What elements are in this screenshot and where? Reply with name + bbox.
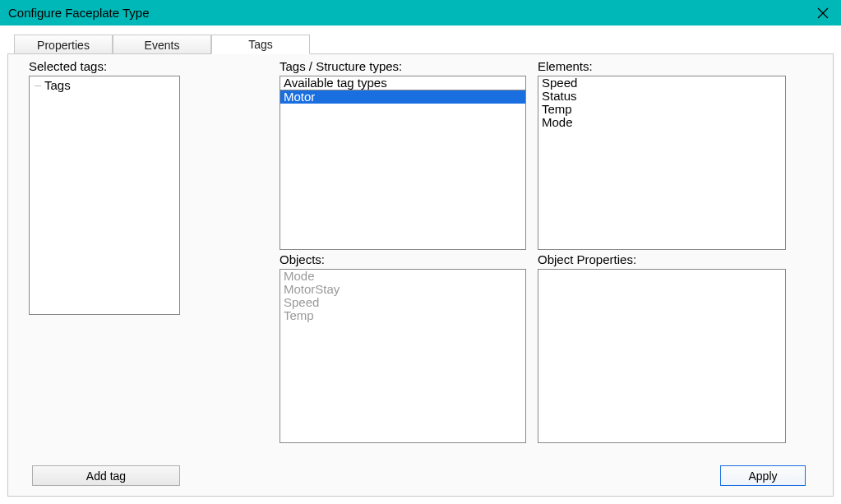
- apply-button[interactable]: Apply: [720, 465, 806, 486]
- tab-label: Tags: [248, 38, 273, 51]
- configure-faceplate-window: Configure Faceplate Type Properties Even…: [0, 0, 841, 504]
- add-tag-button[interactable]: Add tag: [32, 465, 180, 486]
- tree-item[interactable]: Tags: [35, 78, 174, 93]
- window-title: Configure Faceplate Type: [8, 6, 150, 20]
- list-item[interactable]: Speed: [280, 296, 525, 309]
- list-item[interactable]: MotorStay: [280, 283, 525, 296]
- object-properties-label: Object Properties:: [538, 252, 786, 266]
- tag-types-list[interactable]: Available tag types Motor: [280, 76, 526, 250]
- elements-list[interactable]: Speed Status Temp Mode: [538, 76, 786, 250]
- tab-label: Events: [145, 39, 180, 52]
- object-properties-list[interactable]: [538, 269, 786, 443]
- objects-label: Objects:: [280, 252, 526, 266]
- elements-label: Elements:: [538, 59, 786, 73]
- tab-properties[interactable]: Properties: [14, 35, 113, 54]
- object-properties-section: Object Properties:: [538, 252, 786, 443]
- selected-tags-list[interactable]: Tags: [29, 76, 180, 315]
- list-item[interactable]: Mode: [280, 270, 525, 283]
- tag-types-header[interactable]: Available tag types: [280, 76, 525, 90]
- elements-section: Elements: Speed Status Temp Mode: [538, 59, 786, 250]
- list-item[interactable]: Temp: [280, 309, 525, 322]
- button-label: Apply: [748, 469, 777, 483]
- button-label: Add tag: [86, 469, 126, 483]
- close-icon: [817, 7, 829, 19]
- list-item[interactable]: Status: [538, 90, 785, 103]
- list-item[interactable]: Mode: [538, 116, 785, 129]
- objects-list[interactable]: Mode MotorStay Speed Temp: [280, 269, 526, 443]
- tag-types-section: Tags / Structure types: Available tag ty…: [280, 59, 526, 250]
- list-item[interactable]: Speed: [538, 76, 785, 90]
- list-item[interactable]: Motor: [280, 90, 525, 104]
- tab-events[interactable]: Events: [113, 35, 211, 54]
- list-item[interactable]: Temp: [538, 103, 785, 116]
- selected-tags-section: Selected tags: Tags: [29, 59, 193, 315]
- tags-panel: Selected tags: Tags Tags / Structure typ…: [7, 53, 834, 497]
- tag-types-label: Tags / Structure types:: [280, 59, 526, 73]
- tab-label: Properties: [37, 39, 90, 52]
- tab-tags[interactable]: Tags: [211, 35, 310, 54]
- close-button[interactable]: [804, 0, 841, 25]
- objects-section: Objects: Mode MotorStay Speed Temp: [280, 252, 526, 443]
- selected-tags-label: Selected tags:: [29, 59, 193, 73]
- dialog-body: Properties Events Tags Selected tags: Ta…: [0, 25, 841, 504]
- titlebar: Configure Faceplate Type: [0, 0, 841, 25]
- tab-strip: Properties Events Tags: [14, 34, 834, 53]
